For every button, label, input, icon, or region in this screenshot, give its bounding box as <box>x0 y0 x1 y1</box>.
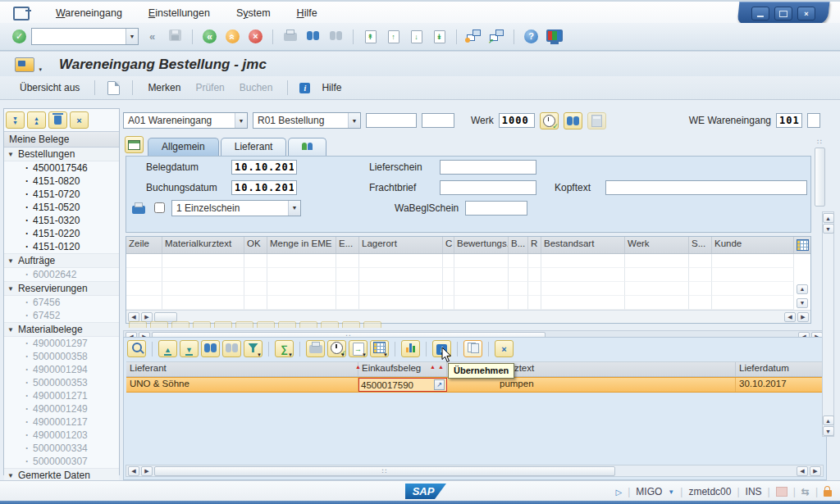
sort-ascending-button[interactable]: ▲ <box>158 340 177 357</box>
po-vendor-cell[interactable]: UNO & Söhne <box>126 378 358 392</box>
items-column-header[interactable]: OK <box>244 237 267 253</box>
header-text-field[interactable] <box>605 180 807 195</box>
bill-of-lading-field[interactable] <box>440 180 536 195</box>
po-delivery-date-cell[interactable]: 30.10.2017 <box>736 378 826 392</box>
scroll-right-button[interactable]: ▶ <box>797 312 809 322</box>
scroll-left-button[interactable]: ◀ <box>784 312 796 322</box>
table-settings-icon[interactable] <box>797 239 809 251</box>
tab-lieferant[interactable]: Lieferant <box>221 138 287 156</box>
items-column-header[interactable]: Kunde <box>712 237 794 253</box>
items-column-header[interactable]: Bestandsart <box>541 237 625 253</box>
tree-item[interactable]: 5000000358 <box>4 350 119 363</box>
help-button[interactable]: ? <box>522 28 541 45</box>
transaction-code[interactable]: MIGO <box>636 486 662 497</box>
sort-descending-button[interactable]: ▼ <box>180 340 199 357</box>
scroll-left-button[interactable]: ◀ <box>128 312 139 322</box>
item-field[interactable] <box>422 113 454 128</box>
post-button[interactable]: Buchen <box>236 80 276 95</box>
tree-section-aufträge[interactable]: ▼Aufträge <box>4 254 119 268</box>
menu-wareneingang[interactable]: Wareneingang <box>44 4 134 22</box>
splitter-grip-icon[interactable]: ∷ <box>817 138 823 146</box>
first-page-button[interactable]: ↟ <box>361 28 380 45</box>
tree-item[interactable]: 4900001297 <box>4 337 119 350</box>
scroll-down-button[interactable]: ▼ <box>823 426 834 436</box>
tree-section-reservierungen[interactable]: ▼Reservierungen <box>4 282 119 296</box>
scroll-right-button[interactable]: ▶ <box>810 466 821 476</box>
tree-item[interactable]: 67456 <box>4 296 119 309</box>
scroll-left-button[interactable]: ◀ <box>128 466 139 476</box>
help-button[interactable]: Hilfe <box>318 80 345 95</box>
command-field[interactable] <box>32 30 126 43</box>
scroll-right-button[interactable]: ▶ <box>141 312 153 322</box>
page-down-button[interactable]: ↓ <box>407 28 426 45</box>
details-button[interactable] <box>127 340 146 357</box>
items-empty-row[interactable]: ▲ <box>126 282 810 296</box>
items-column-header[interactable]: Materialkurztext <box>162 237 244 253</box>
scroll-up-button[interactable]: ▲ <box>823 213 834 223</box>
tab-partners[interactable] <box>288 138 326 156</box>
po-column-header[interactable]: Lieferant <box>126 362 358 376</box>
maximize-button[interactable] <box>774 7 792 20</box>
collapse-all-button[interactable]: ▼▼ <box>6 111 25 129</box>
last-page-button[interactable]: ↡ <box>430 28 449 45</box>
filter-button[interactable]: ▼ <box>244 340 262 357</box>
vertical-scrollbar[interactable]: ▲ ▼ ▲ ▼ <box>822 211 834 437</box>
create-shortcut-button[interactable]: ↗ <box>487 28 506 45</box>
back-button[interactable]: « <box>200 28 219 45</box>
exit-button[interactable]: « <box>223 28 242 45</box>
object-services-icon[interactable] <box>15 57 34 72</box>
gr-print-button[interactable] <box>131 202 146 215</box>
print-version-select[interactable]: 1 Einzelschein ▼ <box>171 200 301 216</box>
action-select[interactable]: A01 Wareneingang ▼ <box>123 112 248 129</box>
hold-button[interactable]: Merken <box>144 80 184 95</box>
find-button[interactable] <box>304 28 322 45</box>
system-menu-icon[interactable] <box>13 7 30 20</box>
export-button[interactable]: →▼ <box>349 340 368 357</box>
po-number-cell[interactable]: 4500017590↗ <box>358 378 447 392</box>
tree-item[interactable]: 60002642 <box>4 268 119 281</box>
page-up-button[interactable]: ↑ <box>384 28 403 45</box>
items-column-header[interactable]: R <box>528 237 541 253</box>
po-column-header[interactable]: Lieferdatum <box>736 362 826 376</box>
insert-mode[interactable]: INS <box>746 486 762 497</box>
scroll-up-button[interactable]: ▲ <box>797 284 808 294</box>
find-button[interactable] <box>564 112 582 129</box>
execute-button[interactable] <box>540 112 559 129</box>
tree-item[interactable]: 4900001203 <box>4 429 119 442</box>
cancel-button[interactable]: × <box>246 28 265 45</box>
delivery-note-field[interactable] <box>440 160 536 175</box>
tree-item[interactable]: 4500017546 <box>4 161 119 175</box>
print-button[interactable] <box>281 28 299 45</box>
tree-section-materialbelege[interactable]: ▼Materialbelege <box>4 323 119 337</box>
tree-item[interactable]: 4900001271 <box>4 389 119 402</box>
close-button[interactable]: × <box>797 7 815 20</box>
scrollbar-thumb[interactable] <box>154 312 177 322</box>
tree-item[interactable]: 4151-0120 <box>4 240 119 253</box>
plant-field[interactable] <box>499 113 535 128</box>
items-empty-row[interactable] <box>126 268 810 282</box>
movement-type-field[interactable] <box>776 113 802 128</box>
check-button[interactable]: Prüfen <box>192 80 227 95</box>
goods-slip-field[interactable] <box>465 201 527 216</box>
items-column-header[interactable]: E... <box>336 237 359 253</box>
minimize-button[interactable] <box>751 7 769 20</box>
menu-system[interactable]: System <box>225 4 282 22</box>
menu-hilfe[interactable]: Hilfe <box>285 4 329 22</box>
print-checkbox[interactable] <box>154 202 165 213</box>
expand-all-button[interactable]: ▲▲ <box>27 111 46 129</box>
calculator-button[interactable] <box>587 112 606 129</box>
tree-item[interactable]: 4151-0320 <box>4 214 119 227</box>
scroll-down-button[interactable]: ▼ <box>797 298 808 308</box>
tree-item[interactable]: 5000000353 <box>4 376 119 389</box>
bottom-horizontal-scrollbar[interactable]: ◀ ▶ ∷ ◀ ▶ <box>126 465 824 477</box>
scrollbar-thumb[interactable]: ∷ <box>154 466 615 476</box>
scroll-down-button[interactable]: ▼ <box>823 224 834 234</box>
graphic-button[interactable] <box>401 340 420 357</box>
po-shorttext-cell[interactable]: pumpen <box>447 378 736 392</box>
close-button[interactable]: × <box>495 340 514 357</box>
tree-item[interactable]: 4151-0820 <box>4 175 119 188</box>
tree-item[interactable]: 4151-0220 <box>4 227 119 240</box>
new-document-button[interactable] <box>107 80 121 96</box>
reference-select[interactable]: R01 Bestellung ▼ <box>253 112 361 129</box>
tree-item[interactable]: 4900001249 <box>4 402 119 415</box>
